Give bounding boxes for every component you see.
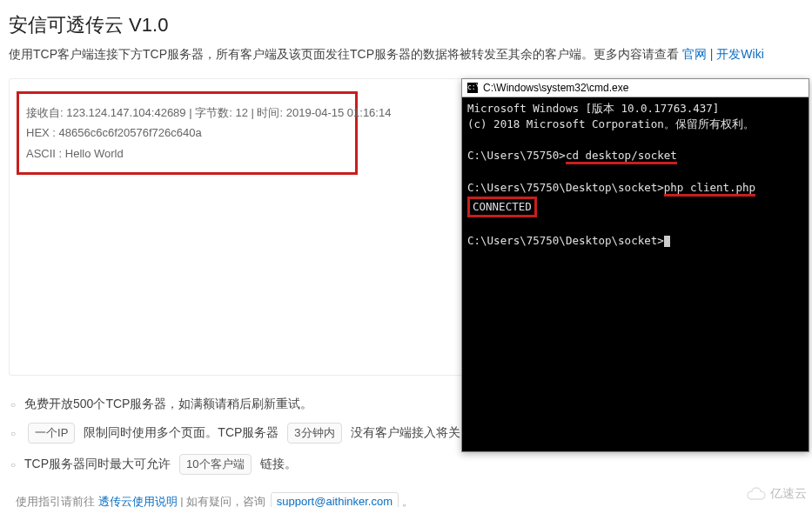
- intro-text: 使用TCP客户端连接下方TCP服务器，所有客户端及该页面发往TCP服务器的数据将…: [0, 47, 812, 73]
- received-hex-row: HEX : 48656c6c6f20576f726c640a: [26, 123, 348, 143]
- received-highlight-frame: 接收自: 123.124.147.104:42689 | 字节数: 12 | 时…: [17, 91, 358, 175]
- guide-tail: 。: [402, 495, 413, 507]
- cmd-line-2: (c) 2018 Microsoft Corporation。保留所有权利。: [467, 117, 755, 130]
- page-title: 安信可透传云 V1.0: [0, 0, 812, 47]
- guide-mid: | 如有疑问，咨询: [180, 495, 269, 507]
- watermark-text: 亿速云: [770, 486, 807, 502]
- received-time-value: : 2019-04-15 01:16:14: [279, 106, 391, 119]
- received-ascii-row: ASCII : Hello World: [26, 143, 348, 163]
- official-site-link[interactable]: 官网: [682, 47, 707, 61]
- pill-one-ip: 一个IP: [28, 423, 75, 444]
- cmd-body[interactable]: Microsoft Windows [版本 10.0.17763.437] (c…: [462, 97, 809, 252]
- usage-guide-link[interactable]: 透传云使用说明: [98, 495, 178, 507]
- cmd-title-bar[interactable]: c:\ C:\Windows\system32\cmd.exe: [462, 79, 809, 97]
- received-meta-row: 接收自: 123.124.147.104:42689 | 字节数: 12 | 时…: [26, 103, 348, 123]
- received-time-label: 时间: [257, 106, 279, 119]
- cmd-cd-command: cd desktop/socket: [566, 149, 677, 164]
- bullet-2-mid: 限制同时使用多个页面。TCP服务器: [84, 425, 278, 441]
- cmd-php-command: php client.php: [664, 181, 755, 197]
- received-bytes-label: 字节数: [195, 106, 229, 119]
- pill-10-clients: 10个客户端: [179, 454, 251, 475]
- bullet-item-3: TCP服务器同时最大可允许 10个客户端 链接。: [9, 449, 807, 480]
- cmd-connected-box: CONNECTED: [467, 197, 537, 217]
- guide-prefix: 使用指引请前往: [16, 495, 98, 507]
- usage-guide-line: 使用指引请前往 透传云使用说明 | 如有疑问，咨询 support@aithin…: [0, 484, 812, 507]
- support-email-link[interactable]: support@aithinker.com: [271, 492, 399, 507]
- cmd-line-1: Microsoft Windows [版本 10.0.17763.437]: [467, 102, 719, 115]
- received-from-value: : 123.124.147.104:42689 |: [60, 106, 195, 119]
- cmd-window[interactable]: c:\ C:\Windows\system32\cmd.exe Microsof…: [461, 78, 809, 452]
- dev-wiki-link[interactable]: 开发Wiki: [716, 47, 763, 61]
- intro-prefix: 使用TCP客户端连接下方TCP服务器，所有客户端及该页面发往TCP服务器的数据将…: [9, 47, 682, 61]
- cmd-prompt-2: C:\Users\75750\Desktop\socket>: [467, 181, 664, 194]
- bullet-1-text: 免费开放500个TCP服务器，如满额请稍后刷新重试。: [24, 397, 312, 412]
- received-from-label: 接收自: [26, 106, 60, 119]
- received-bytes-value: : 12 |: [229, 106, 257, 119]
- cmd-icon: c:\: [467, 83, 478, 93]
- cmd-prompt-1: C:\Users\75750>: [467, 149, 566, 162]
- cmd-title-text: C:\Windows\system32\cmd.exe: [483, 82, 628, 94]
- bullet-3-tail: 链接。: [260, 457, 297, 472]
- watermark: 亿速云: [746, 486, 807, 502]
- cmd-cursor: [664, 236, 670, 247]
- cmd-prompt-3: C:\Users\75750\Desktop\socket>: [467, 234, 664, 247]
- cloud-icon: [746, 487, 768, 501]
- pill-3-minutes: 3分钟内: [287, 423, 341, 444]
- bullet-3-head: TCP服务器同时最大可允许: [24, 457, 171, 472]
